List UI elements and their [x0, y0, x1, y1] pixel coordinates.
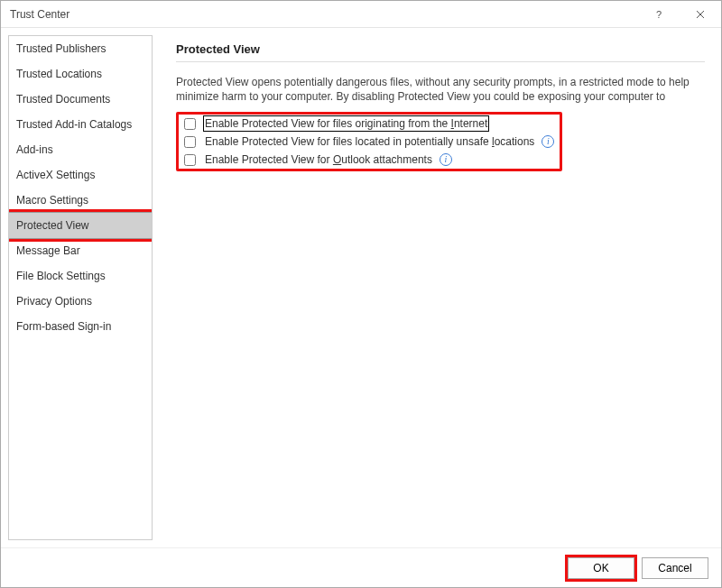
sidebar-item-form-based-sign-in[interactable]: Form-based Sign-in	[9, 314, 152, 339]
help-icon: ?	[653, 9, 664, 20]
cancel-button[interactable]: Cancel	[642, 557, 708, 579]
sidebar-item-file-block-settings[interactable]: File Block Settings	[9, 263, 152, 289]
protected-view-checkbox-1[interactable]	[184, 136, 196, 148]
sidebar-item-trusted-locations[interactable]: Trusted Locations	[9, 61, 152, 87]
sidebar-item-add-ins[interactable]: Add-ins	[9, 137, 152, 162]
info-icon[interactable]: i	[542, 135, 554, 148]
svg-text:?: ?	[656, 9, 662, 20]
sidebar-item-label: Trusted Publishers	[16, 42, 106, 55]
close-button[interactable]	[680, 1, 721, 28]
option-label: Enable Protected View for files located …	[205, 135, 534, 148]
sidebar-item-trusted-documents[interactable]: Trusted Documents	[9, 87, 152, 112]
protected-view-checkbox-0[interactable]	[184, 118, 196, 130]
trust-center-dialog: Trust Center ? Trusted PublishersTrusted…	[0, 0, 722, 588]
sidebar-item-label: Trusted Locations	[16, 68, 102, 80]
titlebar: Trust Center ?	[1, 1, 721, 28]
sidebar-item-message-bar[interactable]: Message Bar	[9, 238, 152, 263]
sidebar-item-label: Macro Settings	[16, 194, 88, 207]
sidebar-item-privacy-options[interactable]: Privacy Options	[9, 289, 152, 314]
sidebar-item-trusted-publishers[interactable]: Trusted Publishers	[9, 36, 152, 61]
info-icon[interactable]: i	[440, 153, 452, 166]
protected-view-option-0[interactable]: Enable Protected View for files originat…	[184, 117, 554, 130]
sidebar-item-macro-settings[interactable]: Macro Settings	[9, 188, 152, 213]
sidebar-item-label: Privacy Options	[16, 295, 92, 308]
ok-button[interactable]: OK	[568, 557, 634, 579]
option-label: Enable Protected View for files originat…	[205, 117, 487, 130]
sidebar-item-label: Form-based Sign-in	[16, 320, 111, 333]
sidebar-item-label: ActiveX Settings	[16, 169, 95, 181]
sidebar-item-label: Trusted Documents	[16, 93, 110, 106]
section-heading: Protected View	[176, 42, 705, 62]
highlight-options-box: Enable Protected View for files originat…	[176, 112, 562, 171]
sidebar-item-label: File Block Settings	[16, 270, 106, 282]
sidebar-item-label: Protected View	[16, 219, 89, 232]
dialog-body: Trusted PublishersTrusted LocationsTrust…	[1, 28, 721, 547]
sidebar-item-trusted-add-in-catalogs[interactable]: Trusted Add-in Catalogs	[9, 112, 152, 137]
section-description: Protected View opens potentially dangero…	[176, 75, 705, 103]
close-icon	[696, 10, 705, 19]
sidebar-item-label: Trusted Add-in Catalogs	[16, 118, 132, 131]
sidebar-item-protected-view[interactable]: Protected View	[8, 212, 153, 239]
window-title: Trust Center	[10, 8, 638, 21]
option-label: Enable Protected View for Outlook attach…	[205, 153, 432, 166]
sidebar-item-activex-settings[interactable]: ActiveX Settings	[9, 162, 152, 188]
protected-view-checkbox-2[interactable]	[184, 154, 196, 166]
category-sidebar: Trusted PublishersTrusted LocationsTrust…	[8, 35, 153, 540]
protected-view-option-2[interactable]: Enable Protected View for Outlook attach…	[184, 153, 554, 166]
protected-view-option-1[interactable]: Enable Protected View for files located …	[184, 135, 554, 148]
protected-view-options: Enable Protected View for files originat…	[184, 117, 554, 166]
dialog-footer: OK Cancel	[1, 547, 721, 587]
sidebar-item-label: Message Bar	[16, 244, 80, 257]
sidebar-item-label: Add-ins	[16, 143, 53, 156]
help-button[interactable]: ?	[638, 1, 680, 28]
main-panel: Protected View Protected View opens pote…	[160, 35, 714, 540]
